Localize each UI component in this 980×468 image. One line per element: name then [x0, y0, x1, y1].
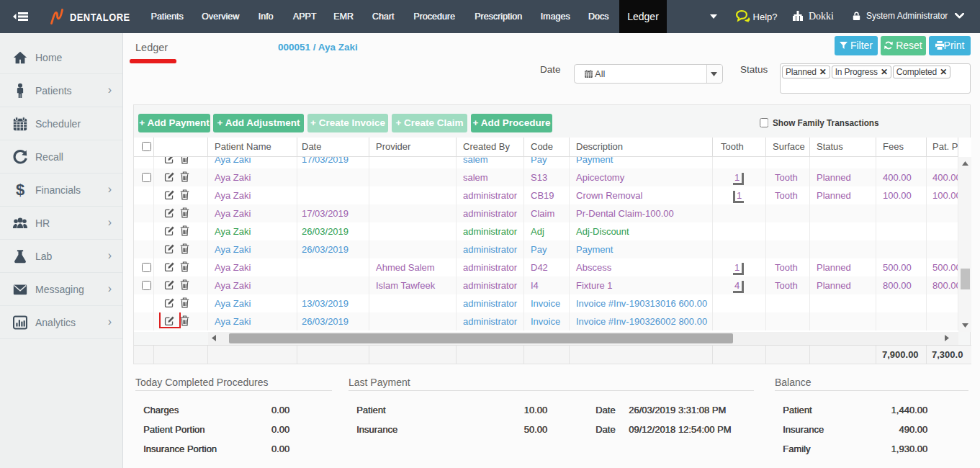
svg-text:$: $	[16, 182, 24, 198]
